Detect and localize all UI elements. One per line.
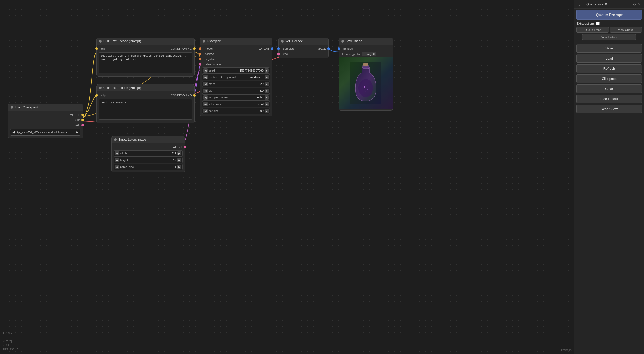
denoise-increment-btn[interactable]: ▶	[265, 109, 269, 113]
batch-size-input-row[interactable]: ◀ batch_size 1 ▶	[114, 164, 183, 170]
canvas-area[interactable]: Load Checkpoint MODEL CLIP VAE ◀ ckpt_na…	[0, 0, 644, 354]
ksampler-body: model LATENT positive negative latent_im…	[200, 45, 272, 116]
latent-out-label-ksampler: LATENT	[259, 47, 269, 50]
control-after-label: control_after_generate	[208, 76, 249, 79]
stat-n: N: 7 [7]	[3, 339, 18, 343]
model-port-label: MODEL	[70, 113, 80, 116]
latent-out-dot	[184, 146, 186, 148]
clip-text-encode-neg-node: CLIP Text Encode (Prompt) clip CONDITION…	[96, 84, 195, 123]
load-checkpoint-title: Load Checkpoint	[15, 105, 38, 109]
denoise-decrement-btn[interactable]: ◀	[203, 109, 208, 113]
sampler-increment-btn[interactable]: ▶	[265, 95, 269, 100]
cfg-decrement-btn[interactable]: ◀	[203, 89, 208, 93]
checkpoint-input-row[interactable]: ◀ ckpt_namv2-1_512-ema-pruned.safetensor…	[10, 129, 80, 136]
scheduler-decrement-btn[interactable]: ◀	[203, 102, 208, 106]
samples-in-row: samples IMAGE	[279, 46, 328, 51]
grid-icon: ⋮⋮	[577, 2, 585, 6]
save-button[interactable]: Save	[576, 44, 642, 53]
gear-icon[interactable]: ⚙	[633, 2, 636, 6]
height-decrement-btn[interactable]: ◀	[115, 158, 119, 162]
refresh-button[interactable]: Refresh	[576, 64, 642, 73]
scheduler-increment-btn[interactable]: ▶	[265, 102, 269, 106]
stats-panel: T: 0.00s L: 0 N: 7 [7] V: 14 FPS: 238.10	[3, 331, 18, 351]
height-label: height	[119, 159, 171, 162]
cfg-input-row[interactable]: ◀ cfg 8.0 ▶	[202, 88, 270, 94]
vae-port-label: VAE	[75, 124, 80, 127]
load-default-button[interactable]: Load Default	[576, 95, 642, 103]
steps-input-row[interactable]: ◀ steps 20 ▶	[202, 81, 270, 87]
width-increment-btn[interactable]: ▶	[177, 151, 181, 155]
image-out-dot	[327, 47, 330, 50]
sampler-name-label: sampler_name	[208, 96, 256, 99]
seed-increment-btn[interactable]: ▶	[265, 68, 269, 73]
checkpoint-prev-btn[interactable]: ◀	[11, 130, 16, 134]
scheduler-row[interactable]: ◀ scheduler normal ▶	[202, 101, 270, 107]
denoise-row[interactable]: ◀ denoise 1.00 ▶	[202, 108, 270, 114]
close-icon[interactable]: ✕	[638, 2, 641, 6]
reset-view-button[interactable]: Reset View	[576, 105, 642, 113]
load-checkpoint-header: Load Checkpoint	[8, 104, 83, 111]
separator-1	[574, 42, 644, 42]
seed-input-row[interactable]: ◀ seed 155772096687866 ▶	[202, 67, 270, 74]
cfg-increment-btn[interactable]: ▶	[265, 89, 269, 93]
positive-prompt-textarea[interactable]: beautiful scenery nature glass bottle la…	[99, 52, 192, 73]
sampler-decrement-btn[interactable]: ◀	[203, 95, 208, 100]
node-status-dot	[281, 40, 284, 43]
view-queue-button[interactable]: View Queue	[610, 27, 642, 33]
model-in-dot	[199, 47, 201, 50]
sampler-name-row[interactable]: ◀ sampler_name euler ▶	[202, 94, 270, 101]
seed-decrement-btn[interactable]: ◀	[203, 68, 208, 73]
control-after-row[interactable]: ◀ control_after_generate randomize ▶	[202, 74, 270, 80]
steps-increment-btn[interactable]: ▶	[265, 82, 269, 86]
view-history-button[interactable]: View History	[582, 34, 636, 40]
watermark: znwx.cn	[561, 348, 572, 351]
svg-point-4	[364, 86, 365, 88]
control-increment-btn[interactable]: ▶	[265, 75, 269, 79]
latent-out-port-row: LATENT	[112, 145, 185, 150]
empty-latent-node: Empty Latent Image LATENT ◀ width 512 ▶ …	[111, 136, 185, 172]
stat-l: L: 0	[3, 335, 18, 339]
sampler-name-value: euler	[256, 96, 265, 99]
batch-size-increment-btn[interactable]: ▶	[177, 165, 181, 169]
svg-point-3	[358, 79, 373, 97]
stat-fps: FPS: 238.10	[3, 348, 18, 351]
steps-decrement-btn[interactable]: ◀	[203, 82, 208, 86]
queue-prompt-button[interactable]: Queue Prompt	[576, 10, 642, 20]
right-panel: ⋮⋮ Queue size: 0 ⚙ ✕ Queue Prompt Extra …	[574, 0, 644, 354]
height-input-row[interactable]: ◀ height 512 ▶	[114, 157, 183, 163]
empty-latent-body: LATENT ◀ width 512 ▶ ◀ height 512 ▶ ◀ ba…	[112, 143, 185, 172]
width-input-row[interactable]: ◀ width 512 ▶	[114, 150, 183, 157]
clipspace-button[interactable]: Clipspace	[576, 74, 642, 83]
conditioning-out-label-pos: CONDITIONING	[171, 47, 192, 50]
model-in-row: model LATENT	[200, 46, 272, 51]
control-decrement-btn[interactable]: ◀	[203, 75, 208, 79]
node-status-dot	[99, 87, 102, 89]
latent-image-in-label: latent_image	[203, 63, 221, 66]
queue-front-button[interactable]: Queue Front	[576, 27, 609, 33]
width-decrement-btn[interactable]: ◀	[115, 151, 119, 155]
save-image-header: Save Image	[339, 38, 393, 45]
height-increment-btn[interactable]: ▶	[177, 158, 181, 162]
checkpoint-next-btn[interactable]: ▶	[75, 130, 79, 134]
samples-in-dot	[277, 47, 280, 50]
load-button[interactable]: Load	[576, 54, 642, 63]
vae-port-row: VAE	[8, 123, 83, 128]
stat-v: V: 14	[3, 343, 18, 347]
steps-value: 20	[259, 82, 265, 86]
queue-action-row: Queue Front View Queue	[574, 27, 644, 33]
negative-prompt-textarea[interactable]: text, watermark	[99, 99, 192, 120]
clear-button[interactable]: Clear	[576, 84, 642, 93]
model-port-row: MODEL	[8, 112, 83, 117]
latent-image-in-row: latent_image	[200, 62, 272, 67]
batch-size-label: batch_size	[119, 165, 174, 168]
extra-options-label: Extra options	[576, 22, 595, 25]
svg-point-10	[376, 75, 376, 75]
filename-prefix-value: ComfyUI	[362, 52, 377, 56]
stat-t: T: 0.00s	[3, 331, 18, 335]
images-in-dot	[338, 47, 340, 50]
clip-output-dot	[81, 119, 84, 121]
negative-in-label: negative	[203, 58, 216, 61]
save-image-title: Save Image	[346, 39, 362, 43]
extra-options-checkbox[interactable]	[596, 22, 600, 25]
batch-size-decrement-btn[interactable]: ◀	[115, 165, 119, 169]
